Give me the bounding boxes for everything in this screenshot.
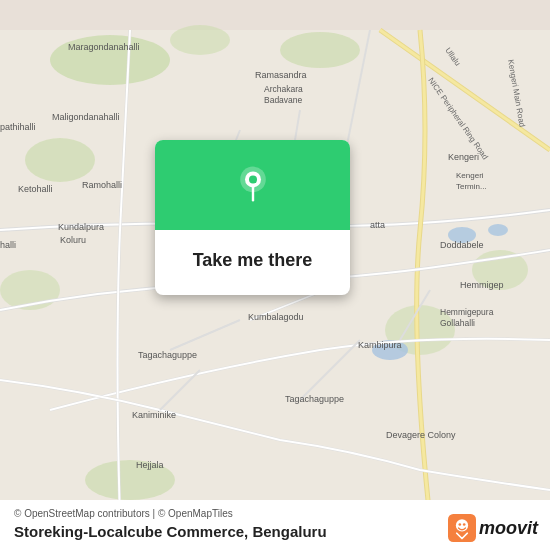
svg-text:pathihalli: pathihalli — [0, 122, 36, 132]
svg-text:Kaniminike: Kaniminike — [132, 410, 176, 420]
card-header — [155, 140, 350, 230]
svg-text:Ketohalli: Ketohalli — [18, 184, 53, 194]
moovit-icon — [448, 514, 476, 542]
svg-text:Tagachaguppe: Tagachaguppe — [285, 394, 344, 404]
svg-text:Badavane: Badavane — [264, 95, 303, 105]
location-title: Storeking-Localcube Commerce, Bengaluru — [14, 523, 327, 540]
svg-text:Ramasandra: Ramasandra — [255, 70, 307, 80]
svg-text:Kundalpura: Kundalpura — [58, 222, 104, 232]
map: Maragondanahalli Ramasandra Archakara Ba… — [0, 0, 550, 550]
svg-text:Devagere Colony: Devagere Colony — [386, 430, 456, 440]
svg-point-60 — [463, 523, 466, 526]
svg-text:Ramohalli: Ramohalli — [82, 180, 122, 190]
svg-text:Hejjala: Hejjala — [136, 460, 164, 470]
svg-point-8 — [170, 25, 230, 55]
svg-text:Kambipura: Kambipura — [358, 340, 402, 350]
svg-text:Kengeri: Kengeri — [456, 171, 484, 180]
location-pin-icon — [233, 165, 273, 205]
svg-point-59 — [458, 523, 461, 526]
info-bar: © OpenStreetMap contributors | © OpenMap… — [0, 500, 550, 550]
svg-point-2 — [280, 32, 360, 68]
svg-text:Tagachaguppe: Tagachaguppe — [138, 350, 197, 360]
svg-text:Doddabele: Doddabele — [440, 240, 484, 250]
svg-text:Kengeri: Kengeri — [448, 152, 479, 162]
svg-point-56 — [249, 175, 257, 183]
svg-text:Hemmigepura: Hemmigepura — [440, 307, 494, 317]
svg-text:halli: halli — [0, 240, 16, 250]
svg-point-3 — [25, 138, 95, 182]
take-me-there-button[interactable]: Take me there — [169, 240, 336, 281]
svg-text:Termin...: Termin... — [456, 182, 487, 191]
svg-text:Gollahalli: Gollahalli — [440, 318, 475, 328]
moovit-label: moovit — [479, 518, 538, 539]
svg-text:Maragondanahalli: Maragondanahalli — [68, 42, 140, 52]
svg-text:Archakara: Archakara — [264, 84, 303, 94]
moovit-logo: moovit — [448, 514, 538, 542]
card-body: Take me there — [155, 230, 350, 295]
svg-text:atta: atta — [370, 220, 385, 230]
svg-point-11 — [488, 224, 508, 236]
take-me-there-card: Take me there — [155, 140, 350, 295]
svg-text:Kumbalagodu: Kumbalagodu — [248, 312, 304, 322]
svg-text:Maligondanahalli: Maligondanahalli — [52, 112, 120, 122]
svg-text:Koluru: Koluru — [60, 235, 86, 245]
svg-text:Hemmigep: Hemmigep — [460, 280, 504, 290]
